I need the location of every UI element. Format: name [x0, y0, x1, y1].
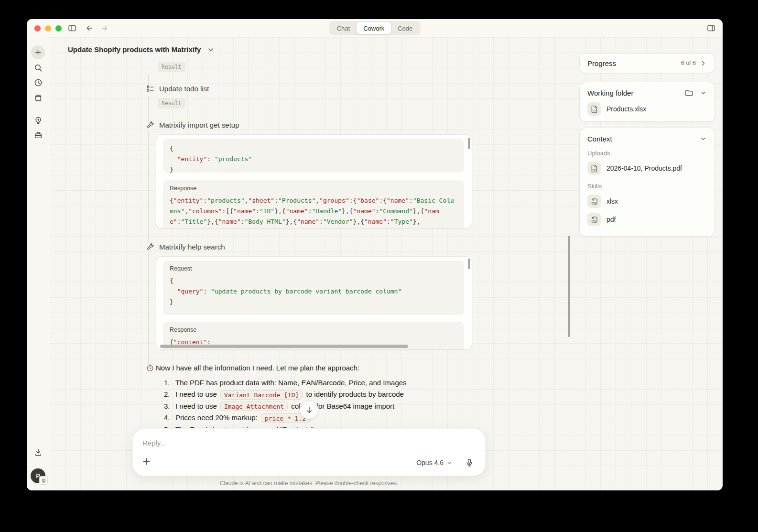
conversation-header[interactable]: Update Shopify products with Matrixify	[68, 45, 214, 54]
working-folder-card[interactable]: Working folder XLS Products.xlsx	[579, 82, 715, 122]
list-item: 1. The PDF has product data with: Name, …	[164, 378, 479, 387]
tool-row-update-todo[interactable]: Update todo list	[146, 85, 209, 93]
chevron-right-icon[interactable]	[700, 60, 707, 67]
list-number: 3.	[164, 402, 175, 410]
tool-result-card-import-setup[interactable]: { "entity": "products" } Response {"enti…	[156, 134, 472, 228]
attach-button[interactable]	[142, 457, 151, 466]
screen: Chat Cowork Code	[0, 0, 758, 532]
tool-label: Matrixify help search	[159, 243, 225, 251]
response-code-block[interactable]: Response {"entity":"products","sheet":"P…	[163, 180, 464, 228]
tab-code[interactable]: Code	[391, 22, 419, 34]
file-name: Products.xlsx	[606, 105, 646, 113]
list-text: I need to use Image Attachment column fo…	[175, 402, 394, 410]
tool-row-import-setup[interactable]: Matrixify import get setup	[146, 121, 239, 129]
list-item: 4. Prices need 20% markup: price * 1.2	[164, 413, 479, 423]
thread-line	[148, 96, 149, 121]
xlsx-file-icon: XLS	[587, 102, 601, 116]
skill-scroll-icon	[587, 213, 601, 226]
forward-button[interactable]	[100, 24, 109, 33]
reply-input[interactable]: Reply...	[142, 439, 166, 447]
response-json: {"entity":"products","sheet":"Products",…	[170, 195, 457, 227]
uploads-label: Uploads	[587, 150, 707, 157]
inline-code-chip: Variant Barcode [ID]	[220, 390, 303, 400]
back-button[interactable]	[85, 24, 94, 33]
result-chip[interactable]: Result	[158, 98, 185, 109]
list-number: 4.	[164, 413, 175, 422]
card-scrollbar-thumb[interactable]	[468, 138, 470, 149]
tool-label: Matrixify import get setup	[159, 121, 239, 129]
page-title: Update Shopify products with Matrixify	[68, 45, 201, 54]
svg-text:PDF: PDF	[592, 169, 596, 171]
left-rail: P	[27, 37, 50, 490]
progress-title: Progress	[587, 59, 616, 67]
archive-icon[interactable]	[34, 94, 43, 102]
timer-icon	[146, 364, 154, 372]
request-code-block[interactable]: Request { "query": "update products by b…	[163, 261, 464, 315]
new-chat-button[interactable]	[31, 45, 45, 59]
chevron-down-icon	[446, 460, 453, 466]
skill-row[interactable]: xlsx	[587, 195, 707, 208]
folder-icon[interactable]	[684, 88, 693, 98]
list-number: 1.	[164, 379, 175, 387]
search-icon[interactable]	[34, 64, 43, 72]
assistant-message-text: Now I have all the information I need. L…	[156, 364, 359, 372]
skill-scroll-icon	[587, 195, 601, 208]
list-item: 3. I need to use Image Attachment column…	[164, 401, 479, 411]
thread-line	[148, 131, 149, 242]
tool-row-help-search[interactable]: Matrixify help search	[146, 243, 225, 251]
traffic-close-button[interactable]	[34, 25, 41, 32]
card-scrollbar-thumb[interactable]	[468, 259, 470, 269]
context-card[interactable]: Context Uploads PDF 2026-04-10, Products…	[579, 128, 715, 237]
main-scrollbar-thumb[interactable]	[568, 236, 570, 337]
thread-line	[148, 74, 149, 86]
progress-card[interactable]: Progress 6 of 6	[579, 53, 715, 73]
tab-chat[interactable]: Chat	[330, 22, 357, 34]
list-text: The PDF has product data with: Name, EAN…	[175, 379, 407, 387]
chevron-down-icon[interactable]	[700, 89, 707, 97]
toggle-sidebar-icon[interactable]	[68, 24, 76, 33]
ai-disclaimer: Claude is AI and can make mistakes. Plea…	[132, 480, 486, 487]
upload-file-row[interactable]: PDF 2026-04-10, Products.pdf	[587, 162, 707, 175]
request-json: { "entity": "products" }	[170, 143, 457, 173]
lightbulb-icon[interactable]	[34, 116, 43, 124]
response-label: Response	[170, 185, 457, 192]
working-folder-file-row[interactable]: XLS Products.xlsx	[587, 102, 707, 116]
toggle-right-panel-icon[interactable]	[707, 24, 715, 33]
progress-count: 6 of 6	[681, 60, 696, 66]
app-window: Chat Cowork Code	[27, 19, 723, 490]
scroll-to-bottom-button[interactable]	[300, 401, 318, 419]
request-code-block[interactable]: { "entity": "products" }	[163, 139, 464, 173]
tab-cowork[interactable]: Cowork	[357, 22, 391, 34]
traffic-minimize-button[interactable]	[45, 25, 51, 32]
context-title: Context	[587, 135, 612, 143]
toolbox-icon[interactable]	[34, 131, 43, 140]
file-name: 2026-04-10, Products.pdf	[606, 164, 682, 172]
inline-code-chip: Image Attachment	[220, 402, 288, 411]
model-name: Opus 4.6	[416, 459, 444, 467]
plan-list: 1. The PDF has product data with: Name, …	[164, 378, 479, 436]
todo-list-icon	[146, 85, 154, 93]
skill-row[interactable]: pdf	[587, 213, 707, 226]
chevron-down-icon[interactable]	[207, 46, 214, 53]
reply-composer[interactable]: Reply... Opus 4.6	[132, 428, 486, 476]
cowork-canvas: Update Shopify products with Matrixify R…	[50, 37, 723, 490]
download-icon[interactable]	[34, 448, 43, 456]
card-horizontal-scrollbar-thumb[interactable]	[160, 345, 408, 348]
traffic-zoom-button[interactable]	[55, 25, 62, 32]
plus-icon	[142, 457, 151, 466]
skills-label: Skills	[587, 183, 707, 190]
result-chip[interactable]: Result	[158, 62, 185, 72]
microphone-icon[interactable]	[465, 458, 474, 467]
chevron-down-icon[interactable]	[700, 135, 707, 142]
history-icon[interactable]	[34, 78, 43, 87]
request-json: { "query": "update products by barcode v…	[170, 276, 457, 307]
tool-label: Update todo list	[159, 85, 209, 93]
wrench-icon	[146, 243, 154, 251]
list-text: Prices need 20% markup: price * 1.2	[175, 413, 311, 422]
request-label: Request	[170, 265, 457, 272]
skill-name: xlsx	[606, 197, 618, 205]
model-selector[interactable]: Opus 4.6	[416, 459, 453, 467]
arrow-down-icon	[305, 406, 313, 414]
svg-text:XLS: XLS	[592, 109, 596, 112]
tool-result-card-help-search[interactable]: Request { "query": "update products by b…	[156, 256, 472, 350]
